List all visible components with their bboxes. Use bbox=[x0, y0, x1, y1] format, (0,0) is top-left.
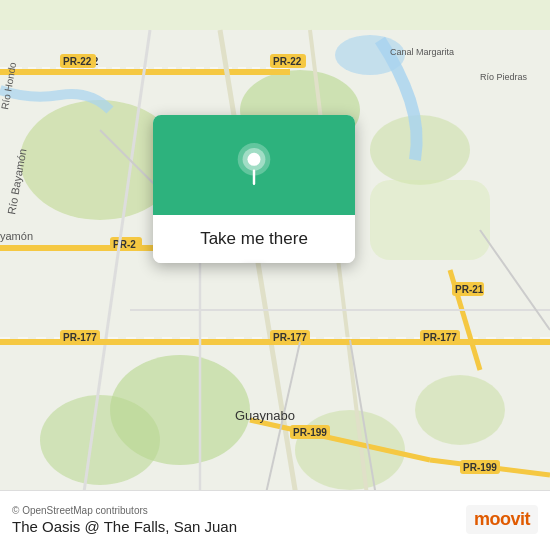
svg-rect-8 bbox=[370, 180, 490, 260]
location-pin-icon bbox=[232, 143, 276, 187]
svg-text:Canal Margarita: Canal Margarita bbox=[390, 47, 454, 57]
attribution-text: © OpenStreetMap contributors bbox=[12, 505, 237, 516]
svg-text:PR-177: PR-177 bbox=[273, 332, 307, 343]
svg-text:Guaynabo: Guaynabo bbox=[235, 408, 295, 423]
svg-point-54 bbox=[247, 153, 260, 166]
map-background: PR-22 PR-22 PR-22 PR-2 PR-177 PR-177 PR-… bbox=[0, 0, 550, 550]
svg-text:PR-2: PR-2 bbox=[113, 239, 136, 250]
svg-text:PR-22: PR-22 bbox=[273, 56, 302, 67]
map-container: PR-22 PR-22 PR-22 PR-2 PR-177 PR-177 PR-… bbox=[0, 0, 550, 550]
svg-text:PR-177: PR-177 bbox=[423, 332, 457, 343]
take-me-there-label: Take me there bbox=[200, 229, 308, 249]
moovit-logo: moovit bbox=[466, 505, 538, 534]
svg-text:PR-21: PR-21 bbox=[455, 284, 484, 295]
svg-point-6 bbox=[40, 395, 160, 485]
svg-text:PR-199: PR-199 bbox=[293, 427, 327, 438]
bottom-bar: © OpenStreetMap contributors The Oasis @… bbox=[0, 490, 550, 550]
take-me-there-button[interactable]: Take me there bbox=[153, 215, 355, 263]
svg-text:yamón: yamón bbox=[0, 230, 33, 242]
svg-text:PR-199: PR-199 bbox=[463, 462, 497, 473]
popup-card: Take me there bbox=[153, 115, 355, 263]
moovit-logo-text: moovit bbox=[474, 509, 530, 530]
svg-text:Río Piedras: Río Piedras bbox=[480, 72, 528, 82]
svg-point-7 bbox=[415, 375, 505, 445]
svg-text:PR-22: PR-22 bbox=[63, 56, 92, 67]
bottom-left: © OpenStreetMap contributors The Oasis @… bbox=[12, 505, 237, 535]
svg-text:PR-177: PR-177 bbox=[63, 332, 97, 343]
location-name-text: The Oasis @ The Falls, San Juan bbox=[12, 518, 237, 535]
popup-header bbox=[153, 115, 355, 215]
